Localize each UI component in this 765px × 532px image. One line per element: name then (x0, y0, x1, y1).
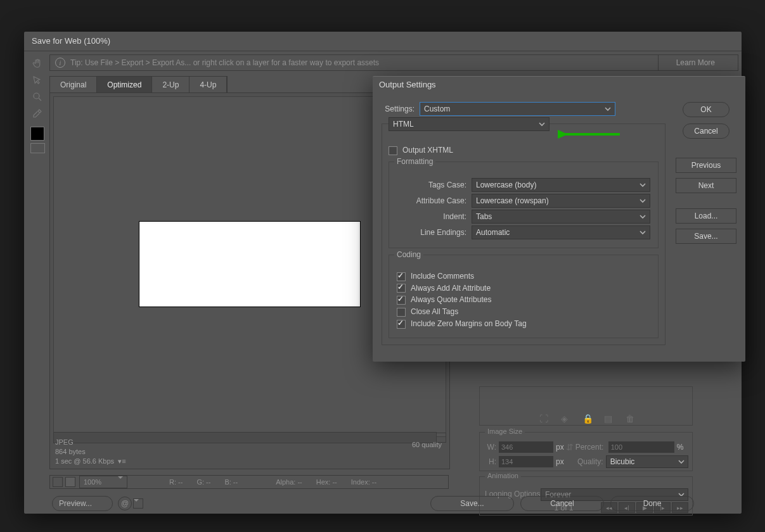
info-icon: i (55, 58, 65, 68)
attribute-case-value: Lowercase (rowspan) (476, 196, 549, 205)
preview-info: JPEG 864 bytes 1 sec @ 56.6 Kbps ▾≡ (55, 438, 126, 466)
tip-text: Tip: Use File > Export > Export As... or… (70, 58, 379, 67)
settings-preset-value: Custom (424, 104, 450, 113)
new-icon[interactable]: ▤ (604, 414, 612, 421)
include-comments-checkbox[interactable] (397, 272, 406, 281)
tool-sidebar (28, 54, 47, 156)
percent-label: Percent: (575, 443, 603, 452)
eyedropper-color-swatch[interactable] (30, 127, 44, 141)
formatting-legend: Formatting (394, 157, 435, 166)
zero-margins-row[interactable]: Include Zero Margins on Body Tag (397, 319, 650, 329)
dialog-title: Save for Web (100%) (24, 32, 742, 51)
browser-preview-icon[interactable]: @ (118, 497, 132, 510)
image-size-title: Image Size (485, 428, 525, 435)
width-input[interactable]: 346 (499, 441, 553, 453)
section-select[interactable]: HTML (389, 117, 550, 131)
output-xhtml-label: Output XHTML (402, 146, 453, 155)
quality-select[interactable]: Bicubic (606, 455, 688, 468)
line-endings-label: Line Endings: (397, 228, 466, 237)
output-settings-buttons: OK Cancel Previous Next Load... Save... (676, 102, 736, 244)
close-all-tags-row[interactable]: Close All Tags (397, 307, 650, 317)
settings-label: Settings: (382, 104, 415, 113)
close-all-tags-checkbox[interactable] (397, 308, 406, 317)
link-icon[interactable]: ⇵ (564, 442, 575, 452)
tags-case-select[interactable]: Lowercase (body) (472, 178, 650, 192)
trash-icon[interactable]: 🗑 (626, 414, 633, 421)
zoom-tool-icon[interactable] (30, 90, 44, 104)
hex-value: Hex: -- (316, 478, 337, 486)
pct-label: % (677, 443, 684, 452)
zero-margins-checkbox[interactable] (397, 320, 406, 329)
indent-value: Tabs (476, 212, 492, 221)
slice-select-tool-icon[interactable] (30, 73, 44, 87)
section-value: HTML (393, 120, 414, 129)
preview-speed: 1 sec @ 56.6 Kbps (55, 457, 114, 465)
tip-bar: i Tip: Use File > Export > Export As... … (49, 54, 738, 71)
tab-4up[interactable]: 4-Up (190, 77, 227, 93)
settings-preset-select[interactable]: Custom (420, 102, 615, 116)
cancel-button[interactable]: Cancel (520, 496, 604, 511)
px-label-h: px (556, 457, 564, 466)
resize-icon[interactable]: ⛶ (539, 414, 547, 421)
output-xhtml-row[interactable]: Output XHTML (389, 146, 659, 155)
index-value: Index: -- (351, 478, 376, 486)
lock-icon[interactable]: 🔒 (582, 414, 590, 421)
coding-group: Coding Include Comments Always Add Alt A… (389, 255, 659, 338)
line-endings-select[interactable]: Automatic (472, 225, 650, 239)
preview-image (139, 221, 361, 307)
tab-original[interactable]: Original (50, 77, 97, 93)
animation-title: Animation (485, 472, 521, 479)
preview-device-icon[interactable] (65, 477, 75, 487)
height-input[interactable]: 134 (499, 456, 553, 467)
load-button[interactable]: Load... (676, 208, 736, 224)
browser-preview-menu[interactable] (133, 498, 143, 509)
image-size-panel: Image Size W: 346 px ⇵ Percent: 100 % H:… (479, 432, 693, 471)
toggle-slices-icon[interactable] (30, 143, 45, 153)
cube-icon[interactable]: ◈ (561, 414, 569, 421)
include-comments-row[interactable]: Include Comments (397, 272, 650, 281)
hand-tool-icon[interactable] (30, 57, 44, 71)
always-quote-checkbox[interactable] (397, 296, 406, 305)
html-section: HTML Output XHTML Formatting Tags Case:L… (382, 124, 665, 345)
zoom-select[interactable]: 100% (79, 476, 127, 488)
tags-case-value: Lowercase (body) (476, 180, 536, 189)
color-table-actions: ⛶ ◈ 🔒 ▤ 🗑 (480, 414, 692, 421)
attribute-case-select[interactable]: Lowercase (rowspan) (472, 194, 650, 208)
always-alt-checkbox[interactable] (397, 284, 406, 293)
alpha-value: Alpha: -- (276, 478, 302, 486)
preview-browser-icon[interactable] (53, 477, 63, 487)
preview-quality: 60 quality (412, 441, 442, 448)
learn-more-button[interactable]: Learn More (658, 54, 733, 71)
out-cancel-button[interactable]: Cancel (683, 124, 730, 139)
status-bar: 100% R: -- G: -- B: -- Alpha: -- Hex: --… (49, 475, 449, 489)
preview-button[interactable]: Preview... (52, 496, 113, 511)
ok-button[interactable]: OK (683, 102, 730, 117)
preview-bytes: 864 bytes (55, 447, 126, 457)
output-xhtml-checkbox[interactable] (389, 146, 397, 155)
output-settings-body: Settings: Custom HTML Output XHTML Forma… (382, 102, 665, 353)
tab-2up[interactable]: 2-Up (152, 77, 190, 93)
percent-input[interactable]: 100 (608, 441, 674, 453)
save-button[interactable]: Save... (430, 496, 514, 511)
output-settings-dialog: Output Settings Settings: Custom HTML Ou… (373, 76, 745, 362)
indent-select[interactable]: Tabs (472, 210, 650, 224)
previous-button[interactable]: Previous (676, 158, 736, 173)
always-alt-row[interactable]: Always Add Alt Attribute (397, 284, 650, 293)
always-quote-row[interactable]: Always Quote Attributes (397, 295, 650, 305)
width-label: W: (484, 443, 496, 452)
dialog-button-row: Preview... @ Save... Cancel Done (49, 495, 694, 512)
b-value: B: -- (224, 478, 238, 486)
r-value: R: -- (169, 478, 183, 486)
quality-label-img: Quality: (575, 457, 603, 466)
preview-tabs: Original Optimized 2-Up 4-Up (49, 76, 228, 93)
svg-point-0 (34, 93, 39, 99)
preview-format: JPEG (55, 438, 126, 447)
eyedropper-tool-icon[interactable] (30, 106, 44, 120)
quality-value: Bicubic (610, 457, 635, 466)
out-save-button[interactable]: Save... (676, 229, 736, 244)
next-button[interactable]: Next (676, 178, 736, 193)
px-label-w: px (556, 443, 564, 452)
done-button[interactable]: Done (610, 496, 694, 511)
tab-optimized[interactable]: Optimized (97, 77, 152, 94)
attribute-case-label: Attribute Case: (397, 196, 466, 205)
